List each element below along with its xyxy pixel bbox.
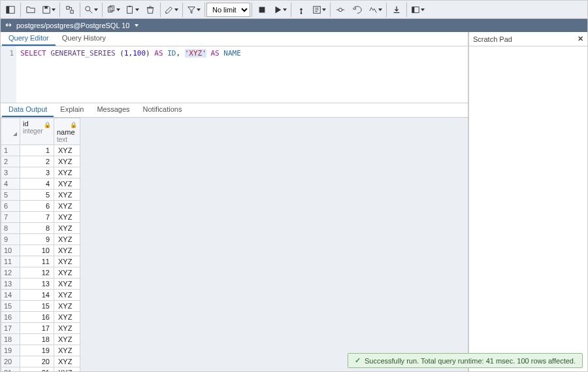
- cell-id[interactable]: 21: [20, 367, 54, 372]
- row-header[interactable]: 17: [1, 323, 20, 334]
- result-grid-wrap[interactable]: 🔒 id integer 🔒 name text 11XYZ22XYZ33XYZ…: [1, 118, 468, 371]
- cell-id[interactable]: 14: [20, 290, 54, 301]
- column-header-name[interactable]: 🔒 name text: [54, 118, 80, 145]
- paste-button[interactable]: [123, 2, 142, 18]
- download-button[interactable]: [388, 2, 405, 18]
- tab-query-editor[interactable]: Query Editor: [2, 32, 56, 46]
- row-header[interactable]: 6: [1, 201, 20, 212]
- cell-id[interactable]: 17: [20, 323, 54, 334]
- row-header[interactable]: 3: [1, 167, 20, 178]
- cell-id[interactable]: 10: [20, 245, 54, 256]
- auto-commit-button[interactable]: [366, 2, 385, 18]
- cell-name[interactable]: XYZ: [54, 256, 80, 267]
- cell-name[interactable]: XYZ: [54, 234, 80, 245]
- table-row[interactable]: 1111XYZ: [1, 256, 80, 267]
- table-row[interactable]: 1616XYZ: [1, 312, 80, 323]
- cell-name[interactable]: XYZ: [54, 190, 80, 201]
- table-row[interactable]: 1515XYZ: [1, 301, 80, 312]
- tab-messages[interactable]: Messages: [90, 103, 136, 117]
- cell-name[interactable]: XYZ: [54, 301, 80, 312]
- find-replace-button[interactable]: [61, 2, 78, 18]
- row-header[interactable]: 11: [1, 256, 20, 267]
- cell-name[interactable]: XYZ: [54, 156, 80, 167]
- row-header[interactable]: 8: [1, 223, 20, 234]
- search-button[interactable]: [82, 2, 101, 18]
- cell-name[interactable]: XYZ: [54, 356, 80, 367]
- cell-id[interactable]: 4: [20, 178, 54, 190]
- cell-name[interactable]: XYZ: [54, 312, 80, 323]
- row-header[interactable]: 19: [1, 345, 20, 356]
- row-header[interactable]: 14: [1, 290, 20, 301]
- cell-id[interactable]: 20: [20, 356, 54, 367]
- table-row[interactable]: 66XYZ: [1, 201, 80, 212]
- row-limit-select[interactable]: No limit: [206, 3, 250, 17]
- cell-name[interactable]: XYZ: [54, 178, 80, 190]
- toggle-panel-button[interactable]: [2, 2, 19, 18]
- tab-query-history[interactable]: Query History: [56, 32, 112, 46]
- cell-name[interactable]: XYZ: [54, 279, 80, 290]
- delete-row-button[interactable]: [142, 2, 159, 18]
- table-row[interactable]: 1313XYZ: [1, 279, 80, 290]
- cell-id[interactable]: 11: [20, 256, 54, 267]
- cell-name[interactable]: XYZ: [54, 290, 80, 301]
- table-row[interactable]: 1010XYZ: [1, 245, 80, 256]
- row-header[interactable]: 16: [1, 312, 20, 323]
- table-row[interactable]: 88XYZ: [1, 223, 80, 234]
- tab-explain[interactable]: Explain: [54, 103, 90, 117]
- row-header[interactable]: 7: [1, 212, 20, 223]
- tab-data-output[interactable]: Data Output: [2, 103, 54, 117]
- cell-id[interactable]: 3: [20, 167, 54, 178]
- filter-button[interactable]: [184, 2, 203, 18]
- row-header[interactable]: 1: [1, 145, 20, 156]
- copy-button[interactable]: [104, 2, 123, 18]
- cell-name[interactable]: XYZ: [54, 245, 80, 256]
- cell-name[interactable]: XYZ: [54, 345, 80, 356]
- table-row[interactable]: 1717XYZ: [1, 323, 80, 334]
- table-row[interactable]: 99XYZ: [1, 234, 80, 245]
- reconnect-icon[interactable]: [5, 22, 12, 29]
- cell-id[interactable]: 6: [20, 201, 54, 212]
- table-row[interactable]: 1212XYZ: [1, 267, 80, 279]
- table-row[interactable]: 1414XYZ: [1, 290, 80, 301]
- cell-id[interactable]: 12: [20, 267, 54, 279]
- cell-id[interactable]: 16: [20, 312, 54, 323]
- cell-id[interactable]: 1: [20, 145, 54, 156]
- row-header[interactable]: 12: [1, 267, 20, 279]
- explain-button[interactable]: [293, 2, 310, 18]
- editor-content[interactable]: SELECT GENERATE_SERIES (1,100) AS ID, 'X…: [16, 46, 468, 103]
- grid-corner[interactable]: [1, 118, 20, 145]
- cell-id[interactable]: 5: [20, 190, 54, 201]
- cell-name[interactable]: XYZ: [54, 201, 80, 212]
- row-header[interactable]: 4: [1, 178, 20, 190]
- save-file-button[interactable]: [39, 2, 58, 18]
- execute-button[interactable]: [270, 2, 289, 18]
- row-header[interactable]: 2: [1, 156, 20, 167]
- row-header[interactable]: 5: [1, 190, 20, 201]
- table-row[interactable]: 2020XYZ: [1, 356, 80, 367]
- row-header[interactable]: 10: [1, 245, 20, 256]
- row-header[interactable]: 15: [1, 301, 20, 312]
- row-header[interactable]: 18: [1, 334, 20, 345]
- cell-id[interactable]: 15: [20, 301, 54, 312]
- table-row[interactable]: 11XYZ: [1, 145, 80, 156]
- row-header[interactable]: 13: [1, 279, 20, 290]
- cell-name[interactable]: XYZ: [54, 212, 80, 223]
- table-row[interactable]: 1818XYZ: [1, 334, 80, 345]
- cell-name[interactable]: XYZ: [54, 323, 80, 334]
- table-row[interactable]: 2121XYZ: [1, 367, 80, 372]
- table-row[interactable]: 77XYZ: [1, 212, 80, 223]
- tab-notifications[interactable]: Notifications: [137, 103, 189, 117]
- open-file-button[interactable]: [22, 2, 39, 18]
- column-header-id[interactable]: 🔒 id integer: [20, 118, 54, 145]
- cell-name[interactable]: XYZ: [54, 334, 80, 345]
- row-header[interactable]: 20: [1, 356, 20, 367]
- chevron-down-icon[interactable]: [135, 24, 139, 27]
- table-row[interactable]: 44XYZ: [1, 178, 80, 190]
- cell-name[interactable]: XYZ: [54, 167, 80, 178]
- cell-id[interactable]: 19: [20, 345, 54, 356]
- cell-id[interactable]: 9: [20, 234, 54, 245]
- table-row[interactable]: 55XYZ: [1, 190, 80, 201]
- stop-button[interactable]: [253, 2, 270, 18]
- close-icon[interactable]: ✕: [578, 35, 583, 43]
- cell-id[interactable]: 18: [20, 334, 54, 345]
